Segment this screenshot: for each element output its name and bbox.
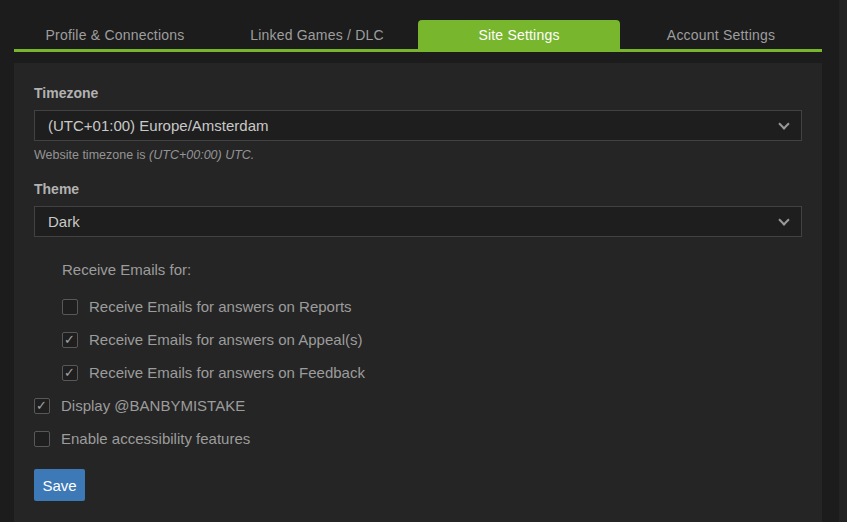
appeals-checkbox-label[interactable]: Receive Emails for answers on Appeal(s) [89, 331, 362, 348]
tab-account-settings[interactable]: Account Settings [620, 20, 822, 49]
timezone-helper-prefix: Website timezone is [34, 148, 149, 162]
accessibility-checkbox[interactable]: ✓ [34, 431, 50, 447]
timezone-helper-text: Website timezone is (UTC+00:00) UTC. [34, 148, 802, 162]
timezone-helper-utc: (UTC+00:00) UTC. [149, 148, 254, 162]
check-icon: ✓ [64, 332, 75, 348]
checkbox-row-appeals[interactable]: ✓ Receive Emails for answers on Appeal(s… [62, 331, 802, 348]
tab-profile-connections[interactable]: Profile & Connections [14, 20, 216, 49]
check-icon: ✓ [64, 365, 75, 381]
feedback-checkbox[interactable]: ✓ [62, 365, 78, 381]
site-settings-panel: Timezone (UTC+01:00) Europe/Amsterdam We… [14, 63, 822, 522]
reports-checkbox-label[interactable]: Receive Emails for answers on Reports [89, 298, 352, 315]
theme-label: Theme [34, 181, 802, 197]
checkbox-row-reports[interactable]: ✓ Receive Emails for answers on Reports [62, 298, 802, 315]
display-banbymistake-label[interactable]: Display @BANBYMISTAKE [61, 397, 245, 414]
scrollbar-track[interactable] [839, 0, 847, 522]
email-preferences-group: Receive Emails for: ✓ Receive Emails for… [62, 261, 802, 381]
email-group-label: Receive Emails for: [62, 261, 802, 278]
checkbox-row-feedback[interactable]: ✓ Receive Emails for answers on Feedback [62, 364, 802, 381]
display-banbymistake-checkbox[interactable]: ✓ [34, 398, 50, 414]
save-button[interactable]: Save [34, 469, 85, 501]
theme-select[interactable]: Dark [34, 206, 802, 237]
tab-site-settings[interactable]: Site Settings [418, 20, 620, 49]
timezone-select[interactable]: (UTC+01:00) Europe/Amsterdam [34, 110, 802, 141]
appeals-checkbox[interactable]: ✓ [62, 332, 78, 348]
checkbox-row-accessibility[interactable]: ✓ Enable accessibility features [34, 430, 802, 447]
checkbox-row-display-banbymistake[interactable]: ✓ Display @BANBYMISTAKE [34, 397, 802, 414]
active-tab-underline [14, 49, 822, 52]
accessibility-label[interactable]: Enable accessibility features [61, 430, 250, 447]
reports-checkbox[interactable]: ✓ [62, 299, 78, 315]
settings-tabbar: Profile & Connections Linked Games / DLC… [14, 20, 822, 52]
feedback-checkbox-label[interactable]: Receive Emails for answers on Feedback [89, 364, 365, 381]
tab-linked-games-dlc[interactable]: Linked Games / DLC [216, 20, 418, 49]
check-icon: ✓ [36, 398, 47, 414]
timezone-label: Timezone [34, 85, 802, 101]
